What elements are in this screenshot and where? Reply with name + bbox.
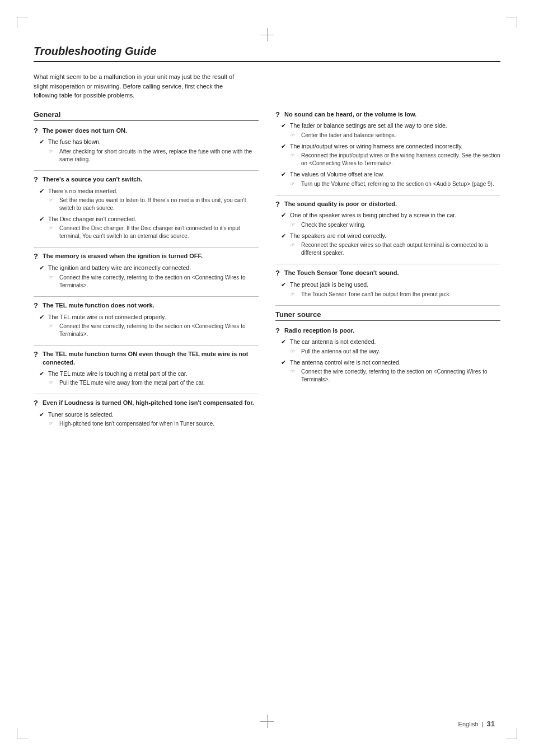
qa-block-2: ? There's a source you can't switch. ✔ T… [34, 175, 259, 241]
q-text-2: There's a source you can't switch. [43, 175, 142, 184]
ref-text-4-1: Connect the wire correctly, referring to… [59, 323, 259, 338]
page-footer: English | 31 [458, 720, 495, 728]
ref-text-7-3: Turn up the Volume offset, referring to … [301, 180, 494, 188]
answer-5-1: ✔ The TEL mute wire is touching a metal … [39, 370, 259, 387]
q-mark-1: ? [34, 127, 40, 136]
check-icon-7-3: ✔ [281, 170, 288, 179]
ref-text-2-2: Connect the Disc changer. If the Disc ch… [59, 225, 259, 240]
corner-mark-tr [506, 17, 517, 28]
crosshair-bottom [260, 715, 274, 728]
answer-10-2: ✔ The antenna control wire is not connec… [281, 358, 500, 384]
check-icon-8-2: ✔ [281, 232, 288, 240]
answer-6-1: ✔ Tuner source is selected. ☞ High-pitch… [39, 410, 259, 428]
corner-mark-br [506, 728, 517, 739]
corner-mark-bl [17, 728, 28, 739]
q-mark-8: ? [275, 200, 282, 209]
crosshair-top [260, 28, 274, 41]
answer-4-1: ✔ The TEL mute wire is not connected pro… [39, 313, 259, 338]
ref-text-9-1: The Touch Sensor Tone can't be output fr… [301, 291, 451, 298]
qa-block-4: ? The TEL mute function does not work. ✔… [34, 301, 259, 338]
check-text-2-1: There's no media inserted. [48, 187, 118, 195]
q-mark-7: ? [275, 110, 282, 120]
answers-10: ✔ The car antenna is not extended. ☞ Pul… [275, 338, 500, 384]
qa-block-3: ? The memory is erased when the ignition… [34, 252, 259, 289]
two-column-layout: General ? The power does not turn ON. ✔ … [34, 110, 500, 435]
ref-text-7-2: Reconnect the input/output wires or the … [301, 152, 500, 167]
check-icon-5-1: ✔ [39, 370, 46, 378]
q-text-7: No sound can be heard, or the volume is … [284, 110, 416, 119]
q-mark-5: ? [34, 350, 40, 360]
right-column: ? No sound can be heard, or the volume i… [275, 110, 500, 435]
answer-7-2: ✔ The input/output wires or wiring harne… [281, 142, 500, 167]
ref-text-1-1: After checking for short circuits in the… [59, 148, 259, 164]
check-text-7-1: The fader or balance settings are set al… [290, 122, 447, 130]
ref-text-8-1: Check the speaker wiring. [301, 221, 366, 229]
check-text-8-2: The speakers are not wired correctly. [290, 232, 386, 240]
q-mark-10: ? [275, 326, 282, 336]
corner-mark-tl [17, 17, 28, 28]
answers-9: ✔ The preout jack is being used. ☞ The T… [275, 281, 500, 298]
ref-text-7-1: Center the fader and balance settings. [301, 132, 396, 139]
check-text-4-1: The TEL mute wire is not connected prope… [48, 313, 166, 321]
ref-mark-7-1: ☞ [290, 132, 299, 139]
answers-7: ✔ The fader or balance settings are set … [275, 122, 500, 188]
check-icon-2-1: ✔ [39, 187, 46, 195]
q-text-6: Even if Loudness is turned ON, high-pitc… [43, 399, 254, 407]
q-mark-2: ? [34, 175, 40, 185]
check-text-8-1: One of the speaker wires is being pinche… [290, 211, 456, 220]
qa-block-6: ? Even if Loudness is turned ON, high-pi… [34, 399, 259, 428]
ref-mark-5-1: ☞ [48, 379, 57, 387]
answer-8-2: ✔ The speakers are not wired correctly. … [281, 232, 500, 257]
qa-block-8: ? The sound quality is poor or distorted… [275, 200, 500, 258]
check-text-10-2: The antenna control wire is not connecte… [290, 358, 401, 367]
check-icon-7-1: ✔ [281, 122, 288, 130]
page-separator: | [482, 721, 484, 727]
check-icon-10-1: ✔ [281, 338, 288, 346]
page-title: Troubleshooting Guide [34, 45, 500, 62]
answer-3-1: ✔ The ignition and battery wire are inco… [39, 264, 259, 289]
ref-mark-10-2: ☞ [290, 368, 299, 376]
check-icon-6-1: ✔ [39, 410, 46, 419]
ref-mark-7-2: ☞ [290, 152, 299, 160]
section-general: General [34, 110, 259, 121]
q-text-8: The sound quality is poor or distorted. [284, 200, 397, 208]
answers-1: ✔ The fuse has blown. ☞ After checking f… [34, 138, 259, 163]
q-text-10: Radio reception is poor. [284, 326, 354, 335]
answers-2: ✔ There's no media inserted. ☞ Set the m… [34, 187, 259, 241]
ref-text-10-1: Pull the antenna out all the way. [301, 348, 380, 356]
q-mark-4: ? [34, 301, 40, 311]
section-tuner: Tuner source [275, 310, 500, 321]
answer-9-1: ✔ The preout jack is being used. ☞ The T… [281, 281, 500, 298]
q-text-4: The TEL mute function does not work. [43, 301, 154, 310]
ref-mark-4-1: ☞ [48, 323, 57, 330]
ref-mark-8-2: ☞ [290, 241, 299, 249]
q-text-9: The Touch Sensor Tone doesn't sound. [284, 269, 399, 277]
answer-10-1: ✔ The car antenna is not extended. ☞ Pul… [281, 338, 500, 355]
qa-block-1: ? The power does not turn ON. ✔ The fuse… [34, 127, 259, 164]
check-text-1-1: The fuse has blown. [48, 138, 101, 146]
check-text-3-1: The ignition and battery wire are incorr… [48, 264, 191, 272]
answer-7-3: ✔ The values of Volume offset are low. ☞… [281, 170, 500, 188]
answers-6: ✔ Tuner source is selected. ☞ High-pitch… [34, 410, 259, 428]
q-text-5: The TEL mute function turns ON even thou… [43, 350, 259, 367]
q-text-1: The power does not turn ON. [43, 127, 127, 135]
qa-block-5: ? The TEL mute function turns ON even th… [34, 350, 259, 387]
check-text-7-2: The input/output wires or wiring harness… [290, 142, 463, 151]
ref-text-3-1: Connect the wire correctly, referring to… [59, 274, 259, 290]
q-mark-3: ? [34, 252, 40, 262]
left-column: General ? The power does not turn ON. ✔ … [34, 110, 259, 435]
answers-5: ✔ The TEL mute wire is touching a metal … [34, 370, 259, 387]
ref-mark-2-2: ☞ [48, 225, 57, 232]
answer-8-1: ✔ One of the speaker wires is being pinc… [281, 211, 500, 228]
check-icon-8-1: ✔ [281, 211, 288, 220]
answers-3: ✔ The ignition and battery wire are inco… [34, 264, 259, 289]
ref-mark-3-1: ☞ [48, 274, 57, 282]
check-icon-9-1: ✔ [281, 281, 288, 289]
answer-2-1: ✔ There's no media inserted. ☞ Set the m… [39, 187, 259, 212]
q-mark-6: ? [34, 399, 40, 408]
ref-mark-7-3: ☞ [290, 180, 299, 188]
check-text-2-2: The Disc changer isn't connected. [48, 215, 137, 223]
check-text-9-1: The preout jack is being used. [290, 281, 368, 289]
check-icon-4-1: ✔ [39, 313, 46, 321]
q-text-3: The memory is erased when the ignition i… [43, 252, 203, 260]
